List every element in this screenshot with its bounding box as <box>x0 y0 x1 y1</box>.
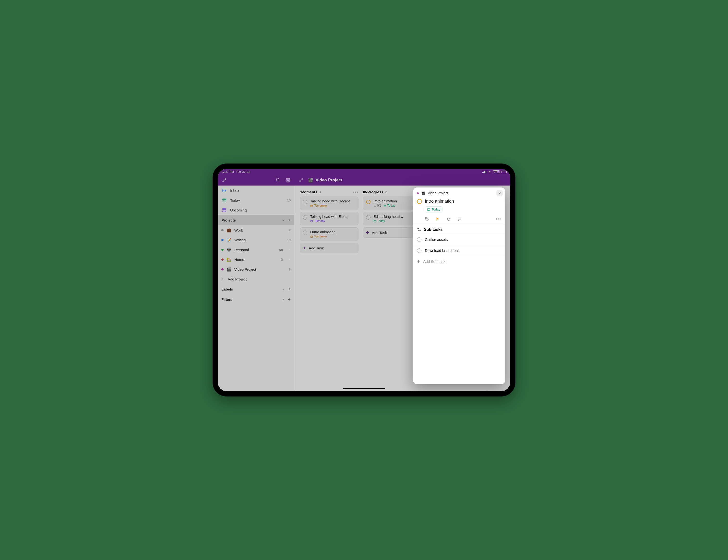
complete-checkbox[interactable] <box>303 200 307 204</box>
label-icon[interactable] <box>425 217 429 221</box>
board-column: Segments 3•••Talking head with George To… <box>300 190 358 391</box>
add-project-label: Add Project <box>228 277 247 281</box>
settings-icon[interactable] <box>285 177 291 184</box>
inbox-icon <box>221 188 227 193</box>
project-emoji: 👽 <box>227 248 231 252</box>
breadcrumb[interactable]: Video Project <box>428 191 448 195</box>
task-title[interactable]: Intro animation <box>425 199 454 204</box>
project-count: 2 <box>289 228 291 232</box>
status-time: 12:37 PM <box>221 170 234 174</box>
sidebar-project-item[interactable]: 👽Personal98 <box>218 245 294 255</box>
notifications-icon[interactable] <box>274 177 281 184</box>
complete-checkbox[interactable] <box>366 200 370 204</box>
add-task-label: Add Task <box>309 246 324 250</box>
more-icon[interactable]: ••• <box>496 217 501 221</box>
task-card[interactable]: Edit talking head w Today <box>363 212 422 226</box>
due-date-chip[interactable]: Today <box>425 206 442 213</box>
svg-point-9 <box>375 206 376 207</box>
sidebar-project-item[interactable]: 🏡Home3 <box>218 255 294 264</box>
card-title: Talking head with George <box>310 199 355 203</box>
home-indicator[interactable] <box>343 388 385 389</box>
project-count: 98 <box>279 248 283 252</box>
add-project-button[interactable]: + Add Project <box>218 274 294 284</box>
card-title: Intro animation <box>373 199 418 203</box>
sidebar: Inbox 13 Today 10 Upcoming <box>218 186 294 391</box>
complete-checkbox[interactable] <box>366 215 370 220</box>
nav-upcoming[interactable]: Upcoming <box>218 205 294 215</box>
app-bar: 🎬 Video Project <box>218 175 510 186</box>
card-meta: Tuesday <box>310 219 325 223</box>
wifi-icon <box>488 171 491 173</box>
reminder-icon[interactable] <box>446 217 451 221</box>
add-filter-icon[interactable]: + <box>288 297 291 302</box>
task-card[interactable]: Outro animation Tomorrow <box>300 228 358 241</box>
app-logo-icon[interactable] <box>221 177 228 184</box>
svg-point-15 <box>418 228 419 229</box>
sidebar-project-item[interactable]: 💼Work2 <box>218 225 294 235</box>
nav-label: Today <box>230 198 240 203</box>
project-color-dot <box>417 192 419 194</box>
svg-text:13: 13 <box>223 200 225 202</box>
chevron-left-icon <box>282 298 285 301</box>
chevron-left-icon <box>282 287 285 291</box>
add-subtask-button[interactable]: + Add Sub-task <box>413 256 505 267</box>
subtask-row[interactable]: Download brand font <box>413 245 505 256</box>
project-color-dot <box>221 239 224 241</box>
column-name: Segments <box>300 190 317 194</box>
svg-point-0 <box>287 180 289 181</box>
nav-label: Inbox <box>230 189 239 193</box>
sidebar-project-item[interactable]: 🎬Video Project8 <box>218 264 294 274</box>
card-meta: 0/2 <box>373 204 381 207</box>
column-name: In-Progress <box>363 190 383 194</box>
task-card[interactable]: Talking head with George Tomorrow <box>300 197 358 210</box>
breadcrumb-emoji: 🎬 <box>421 191 425 195</box>
plus-icon: + <box>221 277 224 281</box>
add-project-icon[interactable]: + <box>288 218 291 223</box>
add-subtask-label: Add Sub-task <box>423 260 445 264</box>
subtasks-header: Sub-tasks <box>424 228 442 232</box>
expand-icon[interactable] <box>298 177 305 184</box>
subtask-title: Gather assets <box>425 238 448 242</box>
section-label: Labels <box>221 287 233 291</box>
section-labels[interactable]: Labels + <box>218 284 294 294</box>
comment-icon[interactable] <box>457 217 462 221</box>
project-emoji: 💼 <box>227 228 231 233</box>
card-meta: Today <box>373 219 385 223</box>
subtask-row[interactable]: Gather assets <box>413 234 505 245</box>
card-meta: Tomorrow <box>310 235 327 238</box>
section-filters[interactable]: Filters + <box>218 294 294 304</box>
section-projects[interactable]: Projects + <box>218 215 294 225</box>
project-name: Writing <box>234 238 246 242</box>
plus-icon: + <box>417 259 420 264</box>
project-name: Home <box>234 258 244 262</box>
project-count: 3 <box>281 258 283 262</box>
due-date-label: Today <box>432 208 440 211</box>
complete-checkbox[interactable] <box>303 215 307 220</box>
column-count: 3 <box>319 190 321 194</box>
complete-checkbox[interactable] <box>417 249 421 253</box>
close-button[interactable] <box>496 190 503 196</box>
section-label: Projects <box>221 218 236 222</box>
add-label-icon[interactable]: + <box>288 286 291 291</box>
project-emoji: 📝 <box>227 238 231 242</box>
chevron-down-icon <box>282 218 285 222</box>
card-meta: Tomorrow <box>310 204 327 207</box>
cellular-icon <box>482 171 486 173</box>
complete-checkbox[interactable] <box>417 238 421 242</box>
add-task-button[interactable]: +Add Task <box>300 243 358 253</box>
column-menu-icon[interactable]: ••• <box>353 190 358 194</box>
project-name: Work <box>234 228 243 232</box>
project-name: Video Project <box>234 267 256 272</box>
nav-inbox[interactable]: Inbox <box>218 186 294 195</box>
complete-checkbox[interactable] <box>303 231 307 235</box>
nav-today[interactable]: 13 Today 10 <box>218 195 294 205</box>
project-color-dot <box>221 249 224 251</box>
svg-point-13 <box>426 218 427 219</box>
priority-flag-icon[interactable] <box>436 217 440 221</box>
sidebar-project-item[interactable]: 📝Writing19 <box>218 235 294 245</box>
task-card[interactable]: Talking head with Elena Tuesday <box>300 212 358 226</box>
add-task-button[interactable]: +Add Task <box>363 228 422 238</box>
complete-task-checkbox[interactable] <box>417 199 422 204</box>
page-title: 🎬 Video Project <box>308 178 342 183</box>
task-card[interactable]: Intro animation 0/2 Today <box>363 197 422 210</box>
